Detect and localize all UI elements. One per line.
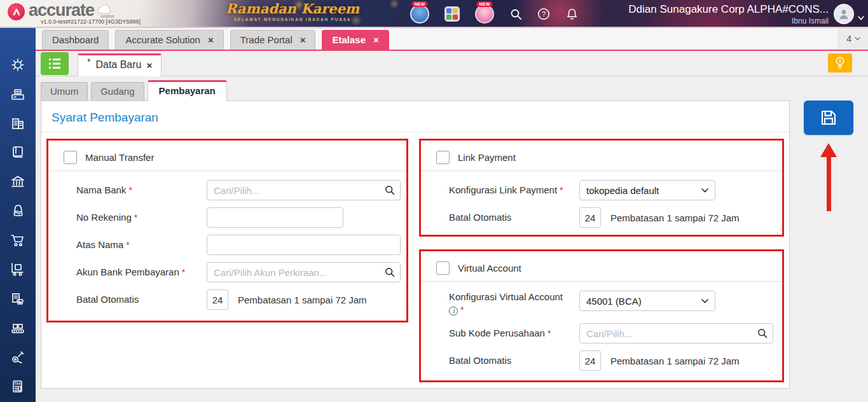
close-icon[interactable]: × xyxy=(147,60,153,71)
chevron-down-icon xyxy=(701,299,708,303)
batal-otomatis-input[interactable] xyxy=(207,289,228,310)
tab-umum[interactable]: Umum xyxy=(41,82,88,100)
konfigurasi-link-payment-row: Konfigurasi Link Payment* tokopedia defa… xyxy=(449,180,773,200)
info-icon[interactable]: i xyxy=(449,307,458,315)
svg-text:TAX: TAX xyxy=(14,382,21,385)
tab-pembayaran[interactable]: Pembayaran xyxy=(148,80,227,101)
link-payment-label: Link Payment xyxy=(458,152,516,163)
required-marker: * xyxy=(128,185,132,195)
annotation-arrow-up xyxy=(819,143,838,211)
company-block[interactable]: Ddian Sunagakure Corp ALPHA#CONS... Ibnu… xyxy=(628,3,829,25)
grid-square-green xyxy=(446,15,451,20)
manual-transfer-section: Manual Transfer Nama Bank* No Rekening* xyxy=(46,139,408,322)
search-icon[interactable] xyxy=(385,267,395,277)
akun-bank-input[interactable] xyxy=(207,262,401,282)
search-icon[interactable] xyxy=(385,185,395,195)
unsaved-marker: * xyxy=(87,57,90,67)
tab-etalase[interactable]: Etalase × xyxy=(322,30,389,50)
banner-subtitle: SELAMAT MENUNAIKAN IBADAH PUASA xyxy=(219,17,366,22)
field-label: Nama Bank xyxy=(76,184,126,195)
cash-register-icon[interactable] xyxy=(9,85,27,103)
shopping-cart-icon[interactable] xyxy=(9,232,27,249)
user-name: Ibnu Ismail xyxy=(628,17,829,25)
left-sidebar: Rp TAX xyxy=(0,28,36,402)
chevron-down-icon xyxy=(855,37,860,41)
banner-title: Ramadan Kareem xyxy=(219,1,366,17)
accurate-logo-icon xyxy=(8,3,25,20)
tab-label: Etalase xyxy=(332,34,366,45)
search-icon[interactable] xyxy=(509,8,522,20)
section-title: Syarat Pembayaran xyxy=(41,101,789,132)
required-marker: * xyxy=(182,267,185,277)
tab-label: Dashboard xyxy=(52,34,99,45)
required-marker: * xyxy=(560,185,563,195)
field-label: Batal Otomatis xyxy=(449,212,511,223)
field-label: Batal Otomatis xyxy=(76,294,139,305)
no-rekening-input[interactable] xyxy=(207,207,343,228)
grid-square-yellow xyxy=(453,8,458,13)
bank-icon[interactable] xyxy=(9,173,27,191)
required-marker: * xyxy=(126,240,129,250)
tab-trade-portal[interactable]: Trade Portal × xyxy=(230,30,316,50)
link-payment-checkbox[interactable] xyxy=(436,151,450,164)
atas-nama-input[interactable] xyxy=(207,235,401,255)
tab-accurate-solution[interactable]: Accurate Solution × xyxy=(115,30,223,50)
manual-transfer-label: Manual Transfer xyxy=(85,152,154,163)
field-label: No Rekening xyxy=(76,212,132,223)
field-label: Atas Nama xyxy=(76,239,123,250)
close-icon[interactable]: × xyxy=(208,35,214,45)
nama-bank-input[interactable] xyxy=(207,180,401,200)
required-marker: * xyxy=(134,212,137,223)
search-icon[interactable] xyxy=(757,328,768,338)
new-badge: NEW xyxy=(476,1,492,7)
notifications-bell-icon[interactable] xyxy=(565,8,578,20)
list-view-button[interactable] xyxy=(41,52,69,75)
company-name: Ddian Sunagakure Corp ALPHA#CONS... xyxy=(628,3,829,17)
asset-building-car-icon[interactable] xyxy=(9,290,27,308)
doc-tab-label: Data Baru xyxy=(95,59,141,71)
batal-otomatis-input[interactable] xyxy=(579,207,601,228)
batal-hint: Pembatasan 1 sampai 72 Jam xyxy=(610,356,740,366)
batal-otomatis-input[interactable] xyxy=(579,350,601,371)
company-buildings-icon[interactable] xyxy=(9,114,27,132)
field-label: Akun Bank Pembayaran xyxy=(76,267,179,277)
app-logo: accurate online xyxy=(8,2,114,20)
tax-document-icon[interactable]: TAX xyxy=(9,378,27,396)
close-icon[interactable]: × xyxy=(300,35,306,45)
chevron-down-icon[interactable] xyxy=(858,11,864,23)
settings-icon[interactable] xyxy=(9,56,27,74)
sub-kode-perusahaan-row: Sub Kode Perusahaan* xyxy=(449,323,773,343)
money-rp-icon[interactable]: Rp xyxy=(9,202,27,220)
hint-lightbulb-button[interactable] xyxy=(828,53,852,73)
app-version: v1.0.0-test#21722-17700 [4G3DY5886] xyxy=(41,18,141,25)
tab-data-baru[interactable]: * Data Baru × xyxy=(78,53,162,76)
virtual-account-checkbox[interactable] xyxy=(436,261,450,275)
sub-kode-perusahaan-input[interactable] xyxy=(579,323,773,343)
chevron-down-icon xyxy=(701,188,708,193)
tab-count-dropdown[interactable]: 4 xyxy=(838,28,868,50)
required-marker: * xyxy=(460,305,464,315)
select-value: 45001 (BCA) xyxy=(586,296,642,307)
etalase-content: * Data Baru × Umum Gudang Pembayaran Sya… xyxy=(36,51,868,402)
help-icon[interactable]: ? xyxy=(537,8,550,20)
user-avatar[interactable] xyxy=(834,4,854,24)
journal-book-icon[interactable] xyxy=(9,144,27,162)
close-icon[interactable]: × xyxy=(373,35,379,45)
konfigurasi-link-payment-select[interactable]: tokopedia default xyxy=(579,180,715,200)
manufacture-icon[interactable] xyxy=(9,349,27,366)
svg-text:?: ? xyxy=(542,10,546,18)
production-line-icon[interactable] xyxy=(9,319,27,337)
svg-text:Rp: Rp xyxy=(15,210,21,215)
ramadan-banner: Ramadan Kareem SELAMAT MENUNAIKAN IBADAH… xyxy=(219,1,366,22)
konfigurasi-virtual-account-select[interactable]: 45001 (BCA) xyxy=(579,291,715,311)
nama-bank-row: Nama Bank* xyxy=(76,180,397,200)
save-button[interactable] xyxy=(804,100,853,135)
delivery-trolley-icon[interactable] xyxy=(9,261,27,279)
promo-avatar2-icon[interactable]: NEW xyxy=(475,4,494,24)
promo-avatar-icon[interactable]: NEW xyxy=(410,4,429,24)
grid-square-blue xyxy=(446,8,451,13)
tab-gudang[interactable]: Gudang xyxy=(91,82,144,100)
app-launcher-icon[interactable] xyxy=(444,6,460,22)
tab-dashboard[interactable]: Dashboard xyxy=(42,30,109,50)
manual-transfer-checkbox[interactable] xyxy=(64,151,77,164)
